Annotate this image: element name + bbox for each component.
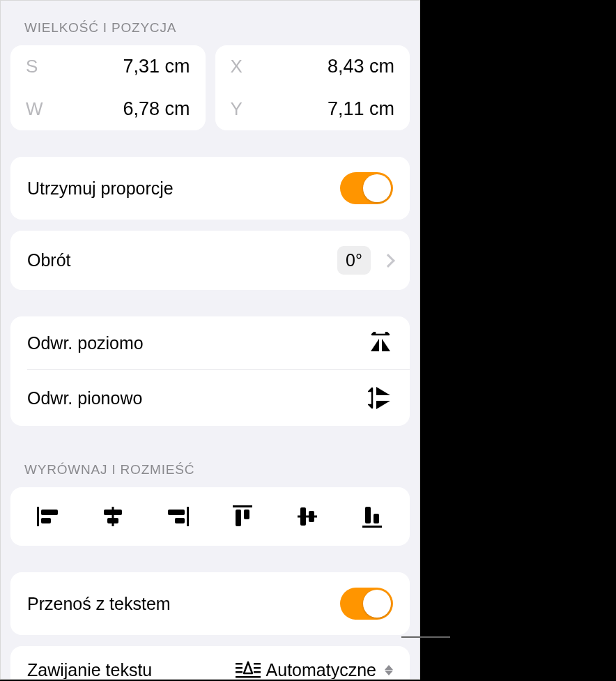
- svg-rect-19: [236, 667, 242, 669]
- flip-h-label: Odwr. poziomo: [27, 333, 144, 353]
- w-value: 6,78 cm: [51, 98, 190, 120]
- svg-rect-8: [175, 518, 185, 523]
- svg-rect-24: [236, 676, 261, 678]
- rotation-label: Obrót: [27, 250, 71, 270]
- constrain-label: Utrzymuj proporcje: [27, 178, 174, 199]
- y-label: Y: [231, 98, 256, 120]
- w-label: W: [26, 98, 51, 120]
- s-value: 7,31 cm: [51, 56, 190, 77]
- align-bottom-button[interactable]: [355, 503, 390, 530]
- svg-rect-15: [362, 526, 382, 528]
- callout-line: [401, 636, 450, 638]
- move-with-text-row[interactable]: Przenoś z tekstem: [10, 572, 410, 635]
- flip-horizontal-icon: [368, 332, 393, 354]
- svg-rect-23: [254, 671, 261, 673]
- svg-rect-17: [374, 514, 379, 523]
- constrain-toggle[interactable]: [340, 172, 393, 204]
- align-center-h-button[interactable]: [95, 503, 130, 530]
- svg-rect-18: [236, 663, 242, 665]
- svg-rect-14: [309, 511, 314, 522]
- s-label: S: [26, 56, 51, 77]
- text-wrap-icon: [234, 661, 262, 680]
- svg-rect-7: [168, 510, 185, 515]
- flip-vertical-row[interactable]: Odwr. pionowo: [10, 370, 410, 426]
- position-card: X 8,43 cm Y 7,11 cm: [215, 45, 410, 130]
- svg-rect-13: [300, 507, 306, 526]
- svg-rect-2: [41, 518, 51, 523]
- svg-rect-9: [233, 505, 252, 507]
- svg-rect-4: [104, 510, 122, 515]
- flip-v-label: Odwr. pionowo: [27, 388, 142, 408]
- svg-rect-16: [365, 507, 371, 523]
- y-value: 7,11 cm: [256, 98, 395, 120]
- align-left-button[interactable]: [31, 503, 66, 530]
- height-w-field[interactable]: W 6,78 cm: [10, 88, 206, 130]
- move-with-text-label: Przenoś z tekstem: [27, 594, 171, 614]
- x-label: X: [231, 56, 256, 77]
- flip-horizontal-row[interactable]: Odwr. poziomo: [10, 316, 410, 369]
- x-value: 8,43 cm: [256, 56, 395, 77]
- rotation-row[interactable]: Obrót 0°: [10, 231, 410, 290]
- svg-rect-1: [41, 510, 58, 515]
- align-top-button[interactable]: [225, 503, 260, 530]
- svg-rect-22: [254, 667, 261, 669]
- constrain-proportions-row[interactable]: Utrzymuj proporcje: [10, 157, 410, 220]
- rotation-value: 0°: [337, 246, 371, 275]
- size-card: S 7,31 cm W 6,78 cm: [10, 45, 206, 130]
- align-buttons-card: [10, 487, 410, 546]
- svg-rect-20: [236, 671, 242, 673]
- width-s-field[interactable]: S 7,31 cm: [10, 45, 206, 88]
- chevron-right-icon: [381, 254, 395, 268]
- text-wrap-row[interactable]: Zawijanie tekstu Automatyczne: [10, 646, 410, 680]
- align-center-v-button[interactable]: [290, 503, 325, 530]
- y-field[interactable]: Y 7,11 cm: [215, 88, 410, 130]
- move-with-text-toggle[interactable]: [340, 588, 393, 620]
- dropdown-arrows-icon: [385, 665, 393, 675]
- svg-rect-21: [254, 663, 261, 665]
- text-wrap-value: Automatyczne: [266, 660, 376, 680]
- svg-rect-11: [244, 510, 249, 519]
- align-distribute-header: WYRÓWNAJ I ROZMIEŚĆ: [10, 426, 410, 487]
- svg-rect-10: [236, 510, 241, 526]
- svg-rect-5: [107, 518, 118, 523]
- text-wrap-label: Zawijanie tekstu: [27, 660, 152, 680]
- align-right-button[interactable]: [160, 503, 195, 530]
- svg-rect-6: [187, 507, 189, 526]
- svg-rect-0: [37, 507, 39, 526]
- x-field[interactable]: X 8,43 cm: [215, 45, 410, 88]
- size-position-header: WIELKOŚĆ I POZYCJA: [10, 1, 410, 45]
- flip-vertical-icon: [368, 385, 393, 411]
